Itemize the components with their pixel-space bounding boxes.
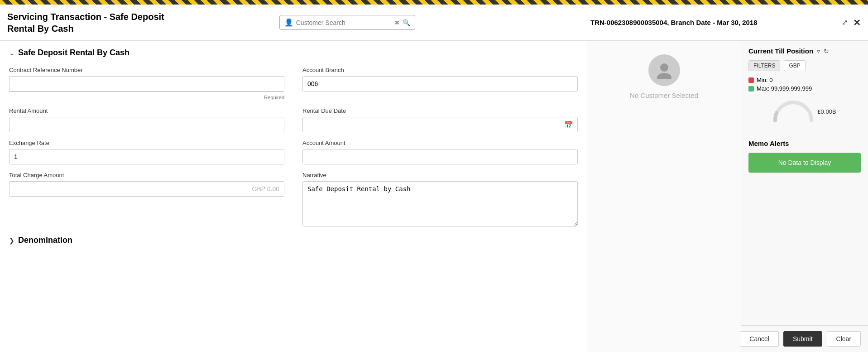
- customer-panel: No Customer Selected: [587, 41, 741, 352]
- memo-no-data: No Data to Display: [748, 153, 861, 173]
- submit-button[interactable]: Submit: [783, 331, 822, 347]
- search-area: 👤 ✖ 🔍: [188, 15, 506, 30]
- avatar: [648, 54, 680, 86]
- total-charge-field: Total Charge Amount: [9, 172, 284, 227]
- transaction-info: TRN-0062308900035004, Branch Date - Mar …: [515, 18, 833, 27]
- required-indicator: Required: [9, 95, 284, 100]
- page-title: Servicing Transaction - Safe Deposit Ren…: [7, 11, 179, 34]
- contract-ref-field: Contract Reference Number Required: [9, 67, 284, 100]
- total-charge-label: Total Charge Amount: [9, 172, 284, 178]
- search-magnifier-icon[interactable]: 🔍: [403, 19, 410, 26]
- expand-icon[interactable]: ⤢: [842, 18, 848, 27]
- no-customer-box: No Customer Selected: [630, 54, 698, 99]
- rental-due-date-field: Rental Due Date 📅: [302, 107, 578, 132]
- till-gauge: £0.00B: [748, 96, 861, 126]
- no-customer-text: No Customer Selected: [630, 92, 698, 99]
- narrative-label: Narrative: [302, 172, 578, 178]
- gauge-svg: [773, 100, 814, 123]
- rental-amount-input[interactable]: [9, 117, 284, 132]
- main-container: Servicing Transaction - Safe Deposit Ren…: [0, 5, 868, 352]
- currency-button[interactable]: GBP: [784, 60, 805, 71]
- gauge-amount: £0.00B: [817, 108, 836, 115]
- rental-due-date-wrapper: 📅: [302, 117, 578, 132]
- till-section: Current Till Position ▿ ↻ FILTERS GBP Mi…: [741, 41, 868, 133]
- till-header: Current Till Position ▿ ↻: [748, 47, 861, 55]
- cancel-button[interactable]: Cancel: [740, 331, 779, 347]
- exchange-rate-input[interactable]: [9, 149, 284, 164]
- till-controls: FILTERS GBP: [748, 60, 861, 71]
- account-amount-input[interactable]: [302, 149, 578, 164]
- account-amount-field: Account Amount: [302, 140, 578, 164]
- exchange-rate-field: Exchange Rate: [9, 140, 284, 164]
- min-label: Min: 0: [757, 77, 772, 83]
- max-label: Max: 99,999,999,999: [757, 85, 812, 92]
- form-area: ⌄ Safe Deposit Rental By Cash Contract R…: [0, 41, 587, 352]
- refresh-icon[interactable]: ↻: [824, 48, 829, 55]
- total-charge-input[interactable]: [9, 181, 284, 197]
- account-branch-field: Account Branch: [302, 67, 578, 100]
- close-icon[interactable]: ✕: [853, 17, 861, 28]
- user-icon: 👤: [284, 18, 293, 27]
- search-box[interactable]: 👤 ✖ 🔍: [279, 15, 415, 30]
- right-sidebar: Current Till Position ▿ ↻ FILTERS GBP Mi…: [741, 41, 868, 352]
- memo-title: Memo Alerts: [748, 140, 861, 147]
- exchange-rate-label: Exchange Rate: [9, 140, 284, 146]
- content-area: ⌄ Safe Deposit Rental By Cash Contract R…: [0, 41, 868, 352]
- form-grid: Contract Reference Number Required Accou…: [9, 67, 578, 227]
- account-amount-label: Account Amount: [302, 140, 578, 146]
- header: Servicing Transaction - Safe Deposit Ren…: [0, 5, 868, 41]
- account-branch-label: Account Branch: [302, 67, 578, 73]
- narrative-field: Narrative Safe Deposit Rental by Cash: [302, 172, 578, 227]
- till-title: Current Till Position: [748, 47, 813, 55]
- till-stats: Min: 0 Max: 99,999,999,999: [748, 77, 861, 92]
- filters-button[interactable]: FILTERS: [748, 60, 780, 71]
- max-indicator: [748, 86, 754, 92]
- contract-ref-input[interactable]: [9, 76, 284, 92]
- denomination-section: ❯ Denomination: [9, 236, 578, 245]
- header-actions: ⤢ ✕: [842, 17, 861, 28]
- section-collapse-icon[interactable]: ⌄: [9, 49, 14, 57]
- rental-amount-label: Rental Amount: [9, 107, 284, 114]
- denomination-header[interactable]: ❯ Denomination: [9, 236, 578, 245]
- clear-search-icon[interactable]: ✖: [394, 19, 400, 26]
- rental-due-date-label: Rental Due Date: [302, 107, 578, 114]
- filter-icon[interactable]: ▿: [817, 48, 820, 55]
- rental-due-date-input[interactable]: [302, 117, 578, 132]
- clear-button[interactable]: Clear: [827, 331, 861, 347]
- denomination-chevron-icon[interactable]: ❯: [9, 237, 14, 244]
- section-header: ⌄ Safe Deposit Rental By Cash: [9, 48, 578, 58]
- svg-point-0: [660, 63, 668, 72]
- action-bar: Cancel Submit Clear: [741, 325, 868, 352]
- max-stat: Max: 99,999,999,999: [748, 85, 861, 92]
- min-stat: Min: 0: [748, 77, 861, 83]
- min-indicator: [748, 77, 754, 83]
- denomination-title: Denomination: [18, 236, 72, 245]
- rental-amount-field: Rental Amount: [9, 107, 284, 132]
- svg-point-1: [657, 73, 671, 79]
- search-input[interactable]: [296, 19, 392, 26]
- calendar-icon[interactable]: 📅: [564, 121, 573, 129]
- narrative-input[interactable]: Safe Deposit Rental by Cash: [302, 181, 578, 227]
- hazard-stripe: [0, 0, 868, 5]
- section-title: Safe Deposit Rental By Cash: [18, 48, 129, 58]
- account-branch-input[interactable]: [302, 76, 578, 92]
- memo-section: Memo Alerts No Data to Display: [741, 133, 868, 325]
- contract-ref-label: Contract Reference Number: [9, 67, 284, 73]
